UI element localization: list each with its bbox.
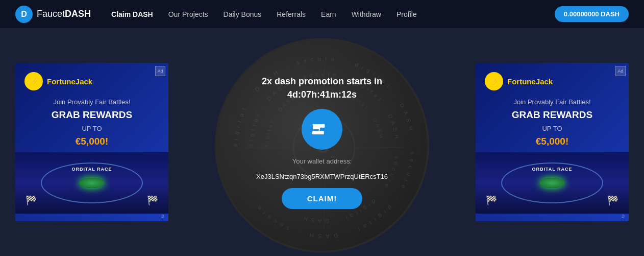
- center-section: 2x dash promotion starts in 4d:07h:41m:1…: [168, 75, 476, 208]
- nav-profile[interactable]: Profile: [397, 10, 417, 18]
- main-nav: Claim DASH Our Projects Daily Bonus Refe…: [111, 10, 555, 18]
- right-ad-logo-icon: ⚡: [485, 72, 503, 90]
- header: D FaucetDASH Claim DASH Our Projects Dai…: [0, 0, 644, 28]
- right-flag-right: 🏁: [607, 195, 618, 206]
- nav-claim-dash[interactable]: Claim DASH: [111, 10, 153, 18]
- left-ad-logo-name: FortuneJack: [47, 77, 92, 86]
- left-ad-corner[interactable]: Ad: [155, 66, 165, 76]
- left-ad-banner: Ad ⚡ FortuneJack Join Provably Fair Batt…: [15, 63, 168, 221]
- logo-area: D FaucetDASH: [15, 6, 91, 23]
- wallet-label: Your wallet address:: [292, 157, 352, 165]
- right-ad-tagline: Join Provably Fair Battles!: [476, 96, 629, 108]
- right-ad-banner: Ad ⚡ FortuneJack Join Provably Fair Batt…: [476, 63, 629, 221]
- nav-our-projects[interactable]: Our Projects: [168, 10, 208, 18]
- wallet-address: XeJ3LSNtzqn73bg5RXMTWPrzqUtERcsT16: [256, 173, 388, 180]
- right-ad-amount: €5,000!: [476, 135, 629, 152]
- left-orbital-center: [79, 178, 105, 188]
- logo-bold: DASH: [65, 9, 91, 19]
- promo-line2: 4d:07h:41m:12s: [262, 88, 382, 101]
- left-ad-logo-row: ⚡ FortuneJack: [15, 63, 168, 96]
- promo-line1: 2x dash promotion starts in: [262, 75, 382, 88]
- right-orbital-track: ORBITAL RACE: [501, 162, 603, 203]
- dash-logo-svg: [309, 117, 335, 142]
- left-ad-headline: GRAB REWARDS: [15, 108, 168, 122]
- left-orbital-label: ORBITAL RACE: [71, 167, 112, 172]
- right-orbital-center: [539, 178, 565, 188]
- right-ad-corner[interactable]: Ad: [615, 66, 626, 76]
- balance-button[interactable]: 0.00000000 DASH: [555, 6, 629, 22]
- left-ad-bottom: B: [161, 214, 164, 219]
- right-ad-logo-name: FortuneJack: [507, 77, 553, 86]
- main-content: Ad ⚡ FortuneJack Join Provably Fair Batt…: [0, 28, 644, 256]
- right-ad-headline: GRAB REWARDS: [476, 108, 629, 122]
- logo-plain: Faucet: [37, 9, 65, 19]
- left-ad-image: ORBITAL RACE 🏁 🏁: [15, 152, 168, 214]
- right-ad-logo-row: ⚡ FortuneJack: [476, 63, 629, 96]
- right-orbital-label: ORBITAL RACE: [532, 167, 572, 172]
- left-ad-tagline: Join Provably Fair Battles!: [15, 96, 168, 108]
- left-flag-right: 🏁: [147, 195, 158, 206]
- dash-logo: [302, 109, 342, 150]
- left-ad-amount: €5,000!: [15, 135, 168, 152]
- left-orbital-track: ORBITAL RACE: [41, 162, 143, 203]
- promo-text: 2x dash promotion starts in 4d:07h:41m:1…: [262, 75, 382, 101]
- right-flag-left: 🏁: [486, 195, 497, 206]
- claim-button[interactable]: CLAIM!: [282, 188, 363, 209]
- right-ad-upto: UP TO: [476, 122, 629, 135]
- left-flag-left: 🏁: [26, 195, 37, 206]
- right-ad-image: ORBITAL RACE 🏁 🏁: [476, 152, 629, 214]
- logo-text: FaucetDASH: [37, 9, 91, 19]
- nav-daily-bonus[interactable]: Daily Bonus: [224, 10, 262, 18]
- left-ad-upto: UP TO: [15, 122, 168, 135]
- nav-withdraw[interactable]: Withdraw: [352, 10, 381, 18]
- logo-icon: D: [15, 6, 33, 23]
- left-ad-logo-icon: ⚡: [24, 72, 43, 90]
- nav-earn[interactable]: Earn: [321, 10, 336, 18]
- right-ad-bottom: B: [622, 214, 625, 219]
- nav-referrals[interactable]: Referrals: [277, 10, 306, 18]
